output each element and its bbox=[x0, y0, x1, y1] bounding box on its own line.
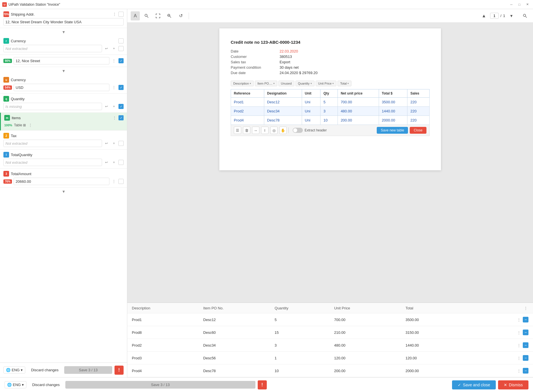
dismiss-button[interactable]: ✕ Dismiss bbox=[498, 380, 528, 389]
discard-button-global[interactable]: Discard changes bbox=[29, 381, 63, 389]
refresh-button[interactable]: ↺ bbox=[176, 11, 185, 20]
field-add-quantity[interactable]: + bbox=[111, 104, 117, 109]
chevron-expand-1[interactable]: ▾ bbox=[0, 28, 127, 36]
col-header-unused[interactable]: Unused bbox=[278, 81, 294, 86]
items-table-btn[interactable]: Table ⊞ bbox=[14, 123, 26, 127]
doc-table-cell[interactable]: Desc34 bbox=[264, 107, 302, 116]
expand-button[interactable] bbox=[153, 11, 163, 20]
field-value-vendor-missing: Not extracted bbox=[3, 45, 102, 52]
close-table-button[interactable]: Close bbox=[410, 127, 426, 134]
row-more-btn[interactable]: ⋮ bbox=[516, 368, 522, 374]
chevron-expand-2[interactable]: ▾ bbox=[0, 67, 127, 75]
field-value-currency[interactable]: USD bbox=[14, 84, 109, 91]
field-menu-items[interactable]: ⋮ bbox=[112, 115, 117, 121]
page-prev-button[interactable]: ▲ bbox=[479, 11, 488, 20]
field-checkbox-currency[interactable]: ✓ bbox=[118, 85, 124, 90]
field-menu-totalamt[interactable]: ⋮ bbox=[111, 179, 117, 184]
field-checkbox-shipping[interactable] bbox=[118, 12, 124, 17]
tbl-insert-btn[interactable]: I bbox=[261, 127, 268, 134]
tbl-hand-btn[interactable]: ✋ bbox=[279, 127, 287, 134]
data-table-more-btn[interactable]: ⋮ bbox=[523, 305, 528, 311]
field-checkbox-vendor[interactable] bbox=[118, 38, 124, 43]
doc-table-cell[interactable]: 2000.00 bbox=[379, 116, 407, 125]
field-checkbox-vendor2[interactable] bbox=[118, 46, 124, 51]
field-checkbox-quantity[interactable]: ✓ bbox=[118, 104, 124, 109]
extract-toggle-switch[interactable] bbox=[293, 128, 303, 133]
field-undo-quantity[interactable]: ↩ bbox=[104, 104, 109, 109]
doc-table-cell[interactable]: Uni bbox=[302, 98, 320, 107]
tbl-select-btn[interactable]: ☰ bbox=[234, 127, 241, 134]
zoom-out-button[interactable] bbox=[165, 11, 174, 20]
field-value-vendor2[interactable]: 12, Nice Street bbox=[14, 57, 109, 64]
field-value-totalamt[interactable]: 20660.00 bbox=[14, 178, 109, 185]
lang-btn-global[interactable]: 🌐 ENG ▾ bbox=[5, 381, 26, 388]
col-header-quantity[interactable]: Quantity ▾ bbox=[295, 81, 315, 86]
row-minus-btn[interactable]: − bbox=[523, 330, 528, 335]
col-header-total[interactable]: Total ▾ bbox=[338, 81, 351, 86]
field-add-tax[interactable]: + bbox=[111, 141, 117, 146]
doc-table-cell[interactable]: Prod4 bbox=[231, 116, 264, 125]
search-button[interactable] bbox=[520, 11, 530, 20]
row-minus-btn[interactable]: − bbox=[523, 368, 528, 374]
field-checkbox-tax[interactable] bbox=[118, 141, 124, 146]
chevron-expand-3[interactable]: ▾ bbox=[0, 188, 127, 195]
doc-table-cell[interactable]: 1440.00 bbox=[379, 107, 407, 116]
field-undo-totalqty[interactable]: ↩ bbox=[104, 160, 109, 165]
doc-table-cell[interactable]: 3 bbox=[320, 107, 338, 116]
language-selector[interactable]: 🌐 ENG ▾ bbox=[3, 366, 25, 374]
col-header-description[interactable]: Description ▾ bbox=[231, 81, 254, 86]
doc-table-cell[interactable]: Desc12 bbox=[264, 98, 302, 107]
doc-table-cell[interactable]: Uni bbox=[302, 107, 320, 116]
tbl-circle-btn[interactable]: ◎ bbox=[270, 127, 278, 134]
doc-table-cell[interactable]: 220 bbox=[407, 98, 430, 107]
save-and-close-button[interactable]: ✓ Save and close bbox=[452, 380, 496, 389]
page-number-input[interactable] bbox=[490, 13, 499, 19]
close-button[interactable]: ✕ bbox=[524, 2, 531, 7]
text-tool-button[interactable]: A bbox=[131, 11, 140, 20]
col-header-unit-price[interactable]: Unit Price ▾ bbox=[316, 81, 337, 86]
field-undo-vendor[interactable]: ↩ bbox=[104, 46, 109, 51]
page-next-button[interactable]: ▾ bbox=[507, 11, 516, 20]
row-more-btn[interactable]: ⋮ bbox=[516, 342, 522, 348]
doc-table-cell[interactable]: Prod1 bbox=[231, 98, 264, 107]
doc-table-cell[interactable]: 200.00 bbox=[338, 116, 379, 125]
row-more-btn[interactable]: ⋮ bbox=[516, 355, 522, 361]
doc-table-cell[interactable]: 10 bbox=[320, 116, 338, 125]
row-minus-btn[interactable]: − bbox=[523, 355, 528, 361]
doc-table-cell[interactable]: 220 bbox=[407, 107, 430, 116]
field-checkbox-items[interactable]: ✓ bbox=[118, 115, 124, 120]
doc-table-cell[interactable]: 220 bbox=[407, 116, 430, 125]
field-menu-vendor2[interactable]: ⋮ bbox=[111, 58, 117, 64]
doc-table-cell[interactable]: 3500.00 bbox=[379, 98, 407, 107]
minimize-button[interactable]: ─ bbox=[508, 2, 515, 7]
row-minus-btn[interactable]: − bbox=[523, 342, 528, 348]
tbl-arrow-btn[interactable]: ↔ bbox=[252, 127, 259, 134]
save-new-table-button[interactable]: Save new table bbox=[377, 127, 408, 134]
field-undo-tax[interactable]: ↩ bbox=[104, 141, 109, 146]
doc-table-cell[interactable]: 700.00 bbox=[338, 98, 379, 107]
alert-button-global[interactable]: ! bbox=[258, 380, 267, 389]
field-menu-shipping[interactable]: ⋮ bbox=[112, 11, 117, 17]
field-checkbox-totalamt[interactable] bbox=[118, 179, 124, 184]
doc-table-cell[interactable]: 480.00 bbox=[338, 107, 379, 116]
doc-table-cell[interactable]: Desc78 bbox=[264, 116, 302, 125]
field-checkbox-totalqty[interactable] bbox=[118, 160, 124, 165]
maximize-button[interactable]: □ bbox=[516, 2, 523, 7]
alert-button[interactable]: ! bbox=[114, 366, 124, 375]
field-value-shipping[interactable]: 12, Nice Street Dream City Wonder State … bbox=[3, 18, 124, 26]
tbl-delete-btn[interactable]: 🗑 bbox=[243, 127, 250, 134]
field-add-totalqty[interactable]: + bbox=[111, 160, 117, 165]
col-header-item-po[interactable]: Item PO.... ▾ bbox=[255, 81, 277, 86]
row-more-btn[interactable]: ⋮ bbox=[516, 317, 522, 322]
doc-table-cell[interactable]: Prod2 bbox=[231, 107, 264, 116]
items-table-menu[interactable]: ⋮ bbox=[28, 122, 33, 128]
doc-table-cell[interactable]: 5 bbox=[320, 98, 338, 107]
discard-changes-button[interactable]: Discard changes bbox=[28, 366, 62, 374]
row-minus-btn[interactable]: − bbox=[523, 317, 528, 322]
field-menu-currency[interactable]: ⋮ bbox=[111, 85, 117, 90]
doc-table-cell[interactable]: Uni bbox=[302, 116, 320, 125]
field-checkbox-vendor3[interactable]: ✓ bbox=[118, 58, 124, 63]
zoom-search-button[interactable] bbox=[142, 11, 151, 20]
field-add-vendor[interactable]: + bbox=[111, 46, 117, 51]
row-more-btn[interactable]: ⋮ bbox=[516, 330, 522, 335]
